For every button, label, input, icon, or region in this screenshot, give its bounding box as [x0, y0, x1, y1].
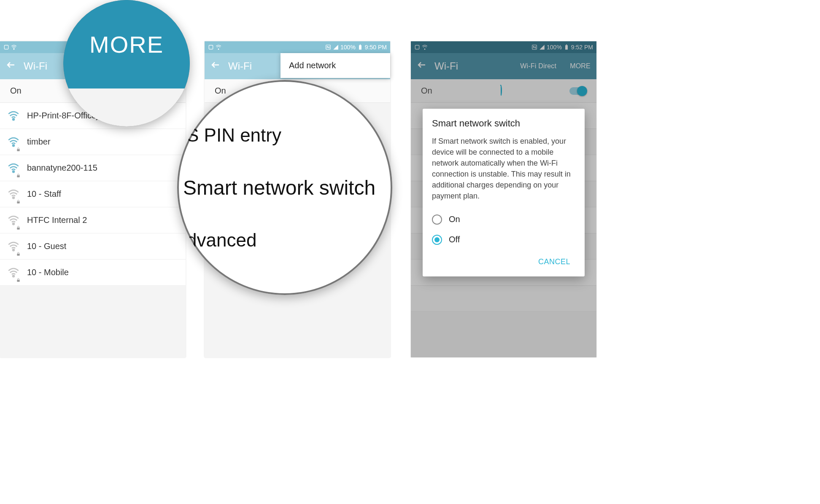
wifi-signal-icon: [8, 214, 19, 226]
phone-screen-3: 100% 9:52 PM Wi-Fi Wi-Fi Direct MORE On …: [411, 41, 596, 357]
lock-icon: [16, 223, 21, 227]
signal-icon: [333, 44, 339, 50]
cancel-button[interactable]: CANCEL: [533, 254, 575, 270]
lock-icon: [16, 170, 21, 175]
wifi-signal-icon: [8, 110, 19, 122]
svg-point-9: [13, 223, 14, 225]
svg-point-3: [13, 145, 14, 146]
notification-icon: [208, 44, 214, 50]
dialog-title: Smart network switch: [432, 118, 575, 129]
svg-rect-4: [17, 149, 19, 151]
radio-label: Off: [449, 235, 460, 244]
wifi-network-name: 10 - Guest: [27, 241, 66, 251]
zoom-smart-switch-label: Smart network switch: [177, 162, 392, 214]
wifi-network-row[interactable]: timber: [0, 129, 186, 155]
lock-icon: [16, 275, 21, 279]
svg-point-16: [218, 49, 219, 50]
more-dropdown-menu: Add network: [281, 53, 390, 78]
radio-label: On: [449, 214, 460, 224]
smart-network-switch-dialog: Smart network switch If Smart network sw…: [423, 109, 585, 276]
svg-rect-15: [209, 45, 213, 49]
radio-option-off[interactable]: Off: [432, 230, 575, 250]
lock-icon: [16, 196, 21, 201]
wifi-signal-icon: [8, 162, 19, 174]
svg-point-7: [13, 197, 14, 198]
zoom-callout-more: MORE: [63, 0, 190, 126]
svg-point-1: [13, 49, 14, 50]
wifi-network-row[interactable]: bannatyne200-115: [0, 155, 186, 181]
radio-option-on[interactable]: On: [432, 209, 575, 230]
wifi-network-name: HTFC Internal 2: [27, 215, 87, 225]
time-text: 9:50 PM: [365, 44, 387, 51]
lock-icon: [16, 144, 21, 149]
svg-rect-6: [17, 175, 19, 177]
wifi-network-row[interactable]: 10 - Staff: [0, 181, 186, 207]
wifi-signal-icon: [8, 241, 19, 252]
wifi-network-name: timber: [27, 137, 51, 147]
battery-text: 100%: [340, 44, 356, 51]
wifi-network-row[interactable]: 10 - Mobile: [0, 260, 186, 286]
svg-point-13: [13, 275, 14, 277]
wifi-network-name: 10 - Mobile: [27, 268, 69, 277]
svg-point-11: [13, 249, 14, 251]
lock-icon: [16, 249, 21, 253]
svg-rect-8: [17, 201, 19, 204]
zoom-more-label: MORE: [63, 0, 190, 88]
nfc-icon: [325, 44, 331, 50]
battery-icon: [357, 44, 363, 50]
zoom-advanced-label: dvanced: [177, 218, 392, 263]
zoom-callout-menu: S PIN entry Smart network switch dvanced: [177, 80, 392, 295]
wifi-network-list: HP-Print-8F-Officejet Pro 8..timberbanna…: [0, 103, 186, 286]
wifi-signal-icon: [8, 188, 19, 200]
svg-rect-18: [359, 45, 361, 50]
wifi-status-icon: [11, 44, 17, 50]
svg-point-2: [13, 118, 14, 120]
wifi-network-row[interactable]: 10 - Guest: [0, 233, 186, 260]
svg-rect-19: [360, 45, 361, 46]
status-bar: 100% 9:50 PM: [205, 41, 390, 53]
dialog-body: If Smart network switch is enabled, your…: [432, 136, 575, 202]
wifi-network-name: bannatyne200-115: [27, 163, 97, 173]
wifi-network-row[interactable]: HTFC Internal 2: [0, 207, 186, 233]
back-icon[interactable]: [6, 60, 16, 72]
svg-rect-0: [4, 45, 8, 49]
notification-icon: [3, 44, 9, 50]
svg-rect-14: [17, 280, 19, 282]
radio-icon: [432, 235, 442, 245]
wifi-status-icon: [216, 44, 221, 50]
svg-point-5: [13, 171, 14, 172]
wifi-toggle-label: On: [215, 86, 226, 96]
menu-item-add-network[interactable]: Add network: [281, 53, 390, 78]
radio-icon: [432, 214, 442, 225]
back-icon[interactable]: [210, 60, 221, 72]
zoom-pin-entry-label: S PIN entry: [177, 113, 392, 158]
svg-rect-12: [17, 254, 19, 256]
wifi-network-name: 10 - Staff: [27, 189, 61, 199]
wifi-toggle-label: On: [10, 86, 22, 96]
svg-rect-10: [17, 228, 19, 230]
wifi-signal-icon: [8, 136, 19, 148]
wifi-signal-icon: [8, 267, 19, 279]
